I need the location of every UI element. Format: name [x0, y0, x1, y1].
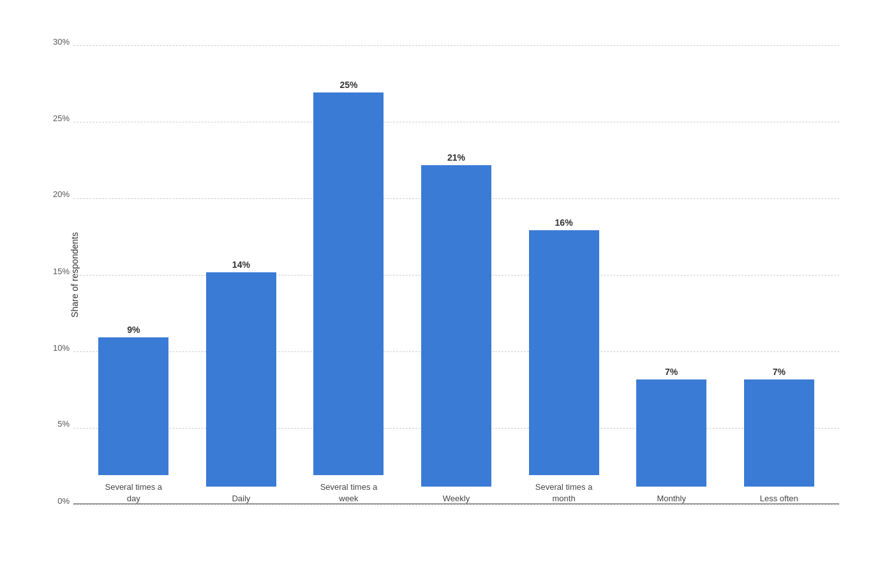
- bar: [529, 230, 599, 475]
- bar: [636, 379, 706, 487]
- bar-group: 7%Less often: [725, 45, 833, 504]
- y-tick-label: 20%: [43, 189, 70, 199]
- y-tick-label: 0%: [43, 496, 70, 505]
- bar-group: 21%Weekly: [403, 45, 511, 504]
- bar: [313, 92, 384, 475]
- bar-value-label: 25%: [339, 80, 357, 90]
- bar-group: 25%Several times aweek: [295, 45, 403, 504]
- bar-value-label: 7%: [665, 367, 678, 377]
- y-tick-label: 30%: [43, 36, 70, 46]
- y-tick-label: 10%: [43, 342, 70, 352]
- bar-label: Several times aday: [105, 481, 162, 504]
- bar-value-label: 21%: [447, 152, 465, 163]
- bar-value-label: 16%: [555, 217, 573, 228]
- y-tick-label: 15%: [43, 266, 70, 276]
- chart-container: Share of respondents 30%25%20%15%10%5%0%…: [22, 20, 865, 568]
- y-tick-label: 25%: [43, 113, 70, 122]
- bar-group: 14%Daily: [188, 45, 295, 504]
- bar: [744, 379, 814, 487]
- bar-value-label: 7%: [773, 367, 786, 377]
- bars-container: 9%Several times aday14%Daily25%Several t…: [73, 45, 839, 504]
- bar-group: 9%Several times aday: [80, 45, 188, 504]
- grid-line: 0%: [73, 504, 839, 505]
- bar-label: Several times amonth: [535, 481, 593, 504]
- bar: [98, 337, 168, 475]
- bar-group: 7%Monthly: [618, 45, 726, 504]
- bar-value-label: 9%: [127, 325, 140, 335]
- bar: [206, 272, 276, 487]
- bar-group: 16%Several times amonth: [510, 45, 618, 504]
- bar-value-label: 14%: [232, 260, 250, 270]
- bar-label: Several times aweek: [320, 481, 378, 504]
- chart-area: Share of respondents 30%25%20%15%10%5%0%…: [73, 45, 839, 504]
- y-tick-label: 5%: [43, 419, 70, 429]
- x-axis-line: [73, 503, 839, 504]
- bar: [421, 165, 491, 487]
